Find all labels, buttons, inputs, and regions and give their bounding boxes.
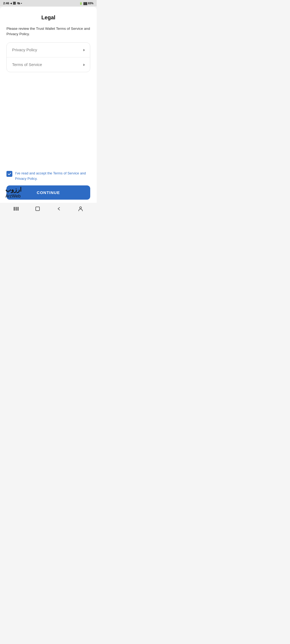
checkbox-row: I've read and accept the Terms of Servic… [6, 171, 90, 181]
nav-bar [0, 203, 97, 215]
battery-icon: 🔋 [79, 2, 82, 5]
svg-rect-1 [16, 207, 17, 211]
checkmark-icon [8, 172, 11, 176]
legal-card: Privacy Policy › Terms of Service › [6, 42, 90, 72]
bag-icon: 🛍 [17, 2, 20, 5]
home-icon[interactable] [35, 206, 41, 212]
svg-rect-3 [36, 207, 39, 211]
terms-of-service-label: Terms of Service [12, 62, 42, 67]
person-icon[interactable] [78, 206, 84, 212]
main-content: Legal Please review the Trust Wallet Ter… [0, 7, 97, 203]
checkbox-label: I've read and accept the Terms of Servic… [15, 171, 90, 181]
status-left: 2:46 ◂ 🖼 🛍 • [3, 2, 22, 5]
battery-percent: 83% [88, 2, 93, 5]
time: 2:46 [3, 2, 9, 5]
back-icon[interactable] [56, 206, 62, 212]
page-title: Legal [6, 7, 90, 26]
privacy-policy-item[interactable]: Privacy Policy › [7, 43, 90, 57]
recents-icon[interactable] [13, 206, 19, 212]
chevron-right-icon: › [83, 47, 85, 52]
svg-rect-0 [14, 207, 15, 211]
continue-button[interactable]: CONTINUE [6, 185, 90, 200]
dot-icon: • [21, 2, 22, 5]
privacy-policy-label: Privacy Policy [12, 47, 37, 52]
svg-point-4 [80, 207, 82, 209]
status-bar: 2:46 ◂ 🖼 🛍 • 🔋 ▓▓ 83% [0, 0, 97, 6]
checkbox-checked [6, 171, 12, 177]
signal-icon: ▓▓ [83, 2, 87, 5]
chevron-right-icon-2: › [83, 62, 85, 67]
svg-rect-2 [17, 207, 19, 211]
status-right: 🔋 ▓▓ 83% [79, 2, 93, 5]
gallery-icon: 🖼 [13, 2, 16, 5]
bottom-section: I've read and accept the Terms of Servic… [6, 166, 90, 203]
terms-of-service-item[interactable]: Terms of Service › [7, 57, 90, 72]
accept-checkbox[interactable] [6, 171, 12, 177]
location-icon: ◂ [10, 2, 12, 5]
description-text: Please review the Trust Wallet Terms of … [6, 26, 90, 37]
